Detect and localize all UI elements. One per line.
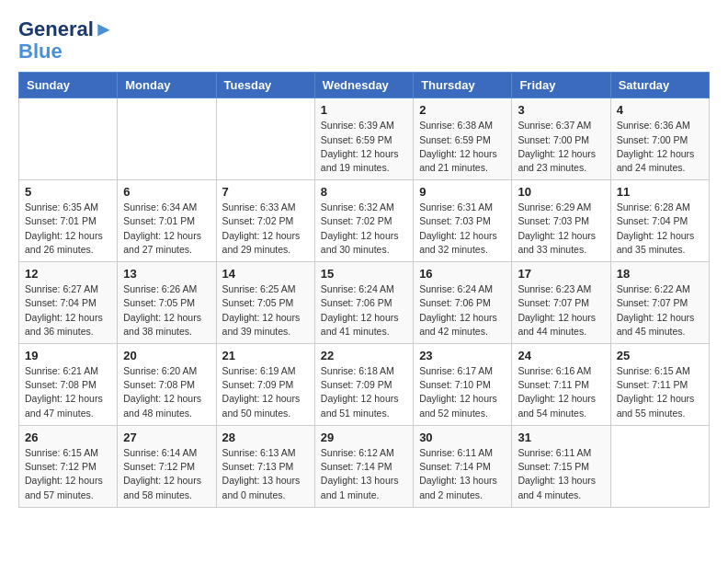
day-number: 24 bbox=[518, 349, 604, 362]
calendar-cell: 29Sunrise: 6:12 AMSunset: 7:14 PMDayligh… bbox=[314, 425, 413, 507]
calendar-cell: 26Sunrise: 6:15 AMSunset: 7:12 PMDayligh… bbox=[19, 425, 118, 507]
day-number: 10 bbox=[518, 185, 604, 199]
day-header: Friday bbox=[512, 73, 610, 98]
calendar-cell: 3Sunrise: 6:37 AMSunset: 7:00 PMDaylight… bbox=[512, 98, 610, 180]
calendar-cell: 13Sunrise: 6:26 AMSunset: 7:05 PMDayligh… bbox=[118, 262, 216, 344]
calendar-cell: 14Sunrise: 6:25 AMSunset: 7:05 PMDayligh… bbox=[216, 262, 314, 344]
day-info: Sunrise: 6:12 AMSunset: 7:14 PMDaylight:… bbox=[321, 446, 407, 502]
day-info: Sunrise: 6:15 AMSunset: 7:11 PMDaylight:… bbox=[617, 364, 703, 420]
calendar-cell: 24Sunrise: 6:16 AMSunset: 7:11 PMDayligh… bbox=[512, 344, 610, 426]
day-header: Monday bbox=[118, 73, 216, 98]
day-number: 22 bbox=[321, 349, 407, 362]
logo: General► Blue bbox=[18, 18, 114, 63]
calendar-cell: 1Sunrise: 6:39 AMSunset: 6:59 PMDaylight… bbox=[314, 98, 413, 180]
day-info: Sunrise: 6:33 AMSunset: 7:02 PMDaylight:… bbox=[222, 201, 309, 257]
day-info: Sunrise: 6:11 AMSunset: 7:15 PMDaylight:… bbox=[518, 446, 604, 502]
day-number: 17 bbox=[518, 267, 604, 281]
calendar-cell: 21Sunrise: 6:19 AMSunset: 7:09 PMDayligh… bbox=[216, 344, 314, 426]
day-header: Tuesday bbox=[216, 73, 314, 98]
day-header: Sunday bbox=[19, 73, 118, 98]
day-info: Sunrise: 6:35 AMSunset: 7:01 PMDaylight:… bbox=[25, 201, 111, 257]
page-header: General► Blue bbox=[18, 18, 710, 63]
calendar-week-row: 1Sunrise: 6:39 AMSunset: 6:59 PMDaylight… bbox=[19, 98, 710, 180]
day-number: 23 bbox=[419, 349, 506, 362]
calendar-cell bbox=[216, 98, 314, 180]
calendar-cell: 17Sunrise: 6:23 AMSunset: 7:07 PMDayligh… bbox=[512, 262, 610, 344]
day-number: 15 bbox=[321, 267, 407, 281]
day-number: 4 bbox=[617, 103, 703, 117]
calendar-cell: 10Sunrise: 6:29 AMSunset: 7:03 PMDayligh… bbox=[512, 180, 610, 262]
calendar-week-row: 12Sunrise: 6:27 AMSunset: 7:04 PMDayligh… bbox=[19, 262, 710, 344]
day-info: Sunrise: 6:39 AMSunset: 6:59 PMDaylight:… bbox=[321, 119, 407, 175]
day-number: 12 bbox=[25, 267, 111, 281]
calendar-week-row: 26Sunrise: 6:15 AMSunset: 7:12 PMDayligh… bbox=[19, 425, 710, 507]
day-number: 9 bbox=[419, 185, 506, 199]
calendar-cell: 22Sunrise: 6:18 AMSunset: 7:09 PMDayligh… bbox=[314, 344, 413, 426]
calendar-cell: 7Sunrise: 6:33 AMSunset: 7:02 PMDaylight… bbox=[216, 180, 314, 262]
day-number: 29 bbox=[321, 431, 407, 444]
day-info: Sunrise: 6:21 AMSunset: 7:08 PMDaylight:… bbox=[25, 364, 111, 420]
day-number: 30 bbox=[419, 431, 506, 444]
day-info: Sunrise: 6:34 AMSunset: 7:01 PMDaylight:… bbox=[123, 201, 210, 257]
day-info: Sunrise: 6:23 AMSunset: 7:07 PMDaylight:… bbox=[518, 282, 604, 339]
calendar-cell: 31Sunrise: 6:11 AMSunset: 7:15 PMDayligh… bbox=[512, 425, 610, 507]
day-number: 27 bbox=[123, 431, 210, 444]
day-info: Sunrise: 6:25 AMSunset: 7:05 PMDaylight:… bbox=[222, 282, 309, 339]
day-header: Thursday bbox=[414, 73, 512, 98]
day-info: Sunrise: 6:31 AMSunset: 7:03 PMDaylight:… bbox=[419, 201, 506, 257]
calendar-cell: 28Sunrise: 6:13 AMSunset: 7:13 PMDayligh… bbox=[216, 425, 314, 507]
day-info: Sunrise: 6:24 AMSunset: 7:06 PMDaylight:… bbox=[321, 282, 407, 339]
calendar-cell: 25Sunrise: 6:15 AMSunset: 7:11 PMDayligh… bbox=[610, 344, 709, 426]
calendar-cell: 11Sunrise: 6:28 AMSunset: 7:04 PMDayligh… bbox=[610, 180, 709, 262]
logo-blue: Blue bbox=[18, 40, 114, 63]
calendar-cell bbox=[118, 98, 216, 180]
day-number: 21 bbox=[222, 349, 309, 362]
day-info: Sunrise: 6:14 AMSunset: 7:12 PMDaylight:… bbox=[123, 446, 210, 502]
day-number: 6 bbox=[123, 185, 210, 199]
day-number: 19 bbox=[25, 349, 111, 362]
day-info: Sunrise: 6:38 AMSunset: 6:59 PMDaylight:… bbox=[419, 119, 506, 175]
day-header: Wednesday bbox=[314, 73, 413, 98]
calendar-week-row: 19Sunrise: 6:21 AMSunset: 7:08 PMDayligh… bbox=[19, 344, 710, 426]
day-number: 26 bbox=[25, 431, 111, 444]
day-number: 3 bbox=[518, 103, 604, 117]
day-info: Sunrise: 6:11 AMSunset: 7:14 PMDaylight:… bbox=[419, 446, 506, 502]
calendar-cell: 27Sunrise: 6:14 AMSunset: 7:12 PMDayligh… bbox=[118, 425, 216, 507]
day-info: Sunrise: 6:32 AMSunset: 7:02 PMDaylight:… bbox=[321, 201, 407, 257]
day-info: Sunrise: 6:24 AMSunset: 7:06 PMDaylight:… bbox=[419, 282, 506, 339]
day-number: 8 bbox=[321, 185, 407, 199]
calendar-cell: 2Sunrise: 6:38 AMSunset: 6:59 PMDaylight… bbox=[414, 98, 512, 180]
day-number: 14 bbox=[222, 267, 309, 281]
day-info: Sunrise: 6:22 AMSunset: 7:07 PMDaylight:… bbox=[617, 282, 703, 339]
day-info: Sunrise: 6:15 AMSunset: 7:12 PMDaylight:… bbox=[25, 446, 111, 502]
calendar-cell: 20Sunrise: 6:20 AMSunset: 7:08 PMDayligh… bbox=[118, 344, 216, 426]
day-info: Sunrise: 6:19 AMSunset: 7:09 PMDaylight:… bbox=[222, 364, 309, 420]
calendar-cell: 5Sunrise: 6:35 AMSunset: 7:01 PMDaylight… bbox=[19, 180, 118, 262]
day-number: 28 bbox=[222, 431, 309, 444]
calendar-cell: 16Sunrise: 6:24 AMSunset: 7:06 PMDayligh… bbox=[414, 262, 512, 344]
calendar-cell: 4Sunrise: 6:36 AMSunset: 7:00 PMDaylight… bbox=[610, 98, 709, 180]
day-info: Sunrise: 6:18 AMSunset: 7:09 PMDaylight:… bbox=[321, 364, 407, 420]
calendar-cell bbox=[19, 98, 118, 180]
day-number: 7 bbox=[222, 185, 309, 199]
calendar-cell: 18Sunrise: 6:22 AMSunset: 7:07 PMDayligh… bbox=[610, 262, 709, 344]
calendar-cell: 19Sunrise: 6:21 AMSunset: 7:08 PMDayligh… bbox=[19, 344, 118, 426]
calendar-table: SundayMondayTuesdayWednesdayThursdayFrid… bbox=[18, 72, 710, 507]
calendar-cell: 30Sunrise: 6:11 AMSunset: 7:14 PMDayligh… bbox=[414, 425, 512, 507]
day-info: Sunrise: 6:13 AMSunset: 7:13 PMDaylight:… bbox=[222, 446, 309, 502]
day-info: Sunrise: 6:16 AMSunset: 7:11 PMDaylight:… bbox=[518, 364, 604, 420]
day-number: 2 bbox=[419, 103, 506, 117]
calendar-cell bbox=[610, 425, 709, 507]
day-info: Sunrise: 6:27 AMSunset: 7:04 PMDaylight:… bbox=[25, 282, 111, 339]
day-info: Sunrise: 6:26 AMSunset: 7:05 PMDaylight:… bbox=[123, 282, 210, 339]
day-header: Saturday bbox=[610, 73, 709, 98]
day-number: 25 bbox=[617, 349, 703, 362]
day-number: 20 bbox=[123, 349, 210, 362]
day-info: Sunrise: 6:37 AMSunset: 7:00 PMDaylight:… bbox=[518, 119, 604, 175]
calendar-cell: 23Sunrise: 6:17 AMSunset: 7:10 PMDayligh… bbox=[414, 344, 512, 426]
logo-text: General► bbox=[18, 18, 114, 40]
day-info: Sunrise: 6:29 AMSunset: 7:03 PMDaylight:… bbox=[518, 201, 604, 257]
day-info: Sunrise: 6:20 AMSunset: 7:08 PMDaylight:… bbox=[123, 364, 210, 420]
day-number: 18 bbox=[617, 267, 703, 281]
day-number: 5 bbox=[25, 185, 111, 199]
